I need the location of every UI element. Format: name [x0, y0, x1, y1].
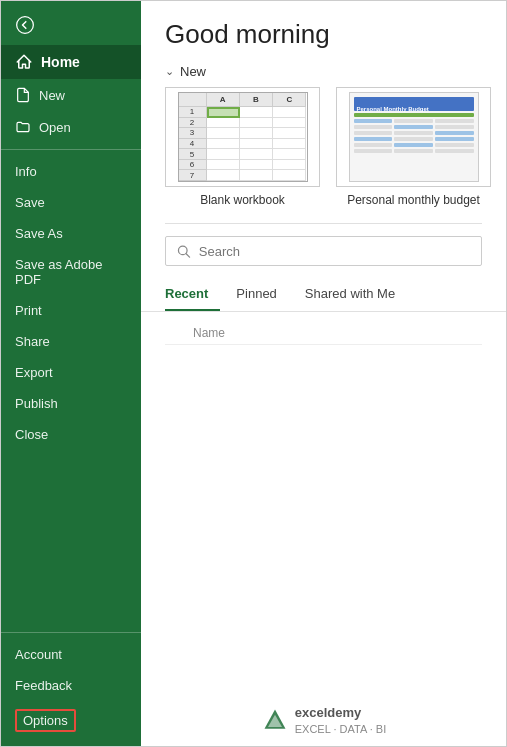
tab-recent[interactable]: Recent	[165, 280, 220, 311]
blank-grid: A B C 1 2 3 4	[178, 92, 308, 182]
sidebar-item-print[interactable]: Print	[1, 295, 141, 326]
sidebar-item-close[interactable]: Close	[1, 419, 141, 450]
chevron-down-icon: ⌄	[165, 65, 174, 78]
sidebar-item-feedback[interactable]: Feedback	[1, 670, 141, 701]
sidebar-item-info[interactable]: Info	[1, 156, 141, 187]
blank-workbook-card[interactable]: A B C 1 2 3 4	[165, 87, 320, 207]
tabs-row: Recent Pinned Shared with Me	[141, 280, 506, 312]
sidebar-bottom: Account Feedback Options	[1, 626, 141, 747]
publish-label: Publish	[15, 396, 58, 411]
new-section: ⌄ New	[141, 60, 506, 87]
sidebar-item-save-adobe[interactable]: Save as Adobe PDF	[1, 249, 141, 295]
feedback-label: Feedback	[15, 678, 72, 693]
new-icon	[15, 87, 31, 103]
sidebar-divider-1	[1, 149, 141, 150]
svg-point-0	[17, 17, 34, 34]
sidebar-item-export[interactable]: Export	[1, 357, 141, 388]
main-content: Good morning ⌄ New A B C 1 2	[141, 1, 506, 746]
greeting-header: Good morning	[141, 1, 506, 60]
tab-shared[interactable]: Shared with Me	[305, 280, 407, 311]
options-label: Options	[15, 709, 76, 732]
budget-template-thumb: Personal Monthly Budget	[336, 87, 491, 187]
brand-logo-icon	[261, 706, 289, 734]
sidebar-divider-2	[1, 632, 141, 633]
section-divider	[165, 223, 482, 224]
search-icon	[176, 243, 191, 259]
sidebar-item-options[interactable]: Options	[1, 701, 141, 747]
open-icon	[15, 119, 31, 135]
sidebar: Home New Open Info Save Save As Save as …	[1, 1, 141, 747]
templates-row: A B C 1 2 3 4	[141, 87, 506, 223]
file-list-header: Name	[165, 322, 482, 345]
search-bar[interactable]	[165, 236, 482, 266]
home-label: Home	[41, 54, 80, 70]
blank-workbook-thumb: A B C 1 2 3 4	[165, 87, 320, 187]
export-label: Export	[15, 365, 53, 380]
print-label: Print	[15, 303, 42, 318]
budget-thumb-inner: Personal Monthly Budget	[349, 92, 479, 182]
sidebar-item-save[interactable]: Save	[1, 187, 141, 218]
new-section-label: New	[180, 64, 206, 79]
sidebar-item-publish[interactable]: Publish	[1, 388, 141, 419]
sidebar-item-home[interactable]: Home	[1, 45, 141, 79]
share-label: Share	[15, 334, 50, 349]
footer-brand: exceldemy EXCEL · DATA · BI	[141, 695, 506, 746]
sidebar-item-account[interactable]: Account	[1, 639, 141, 670]
budget-template-label: Personal monthly budget	[347, 193, 480, 207]
account-label: Account	[15, 647, 62, 662]
brand-name: exceldemy	[295, 705, 387, 722]
home-icon	[15, 53, 33, 71]
brand-sub: EXCEL · DATA · BI	[295, 723, 387, 735]
svg-line-2	[186, 254, 189, 257]
save-adobe-label: Save as Adobe PDF	[15, 257, 127, 287]
sidebar-item-open[interactable]: Open	[1, 111, 141, 143]
file-name-col-header: Name	[193, 326, 225, 340]
blank-workbook-label: Blank workbook	[200, 193, 285, 207]
sidebar-item-save-as[interactable]: Save As	[1, 218, 141, 249]
back-button[interactable]	[1, 5, 141, 45]
file-list: Name	[141, 312, 506, 359]
save-as-label: Save As	[15, 226, 63, 241]
close-label: Close	[15, 427, 48, 442]
info-label: Info	[15, 164, 37, 179]
search-input[interactable]	[199, 244, 471, 259]
sidebar-item-new[interactable]: New	[1, 79, 141, 111]
sidebar-item-share[interactable]: Share	[1, 326, 141, 357]
new-label: New	[39, 88, 65, 103]
budget-template-card[interactable]: Personal Monthly Budget	[336, 87, 491, 207]
open-label: Open	[39, 120, 71, 135]
back-icon	[15, 15, 35, 35]
tab-pinned[interactable]: Pinned	[236, 280, 288, 311]
save-label: Save	[15, 195, 45, 210]
file-icon-col-header	[165, 326, 193, 340]
